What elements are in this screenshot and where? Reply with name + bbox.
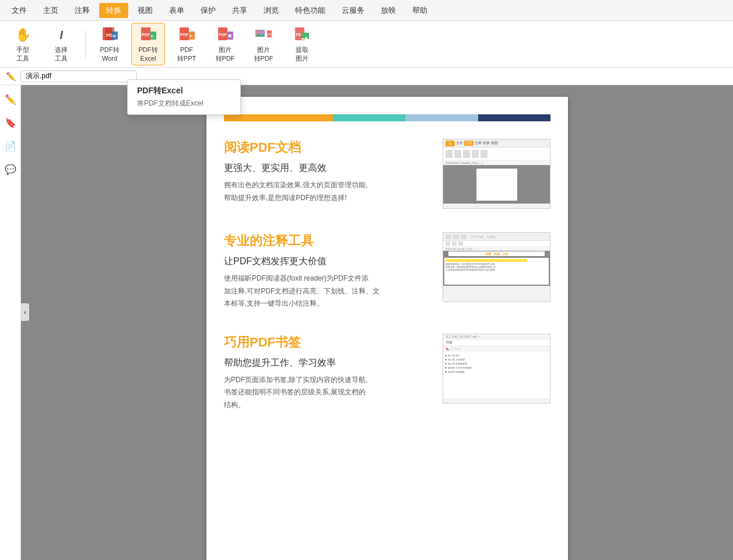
svg-text:PDF: PDF [219, 33, 227, 37]
section-read-text: 阅读PDF文档 更强大、更实用、更高效 拥有出色的文档渲染效果,强大的页面管理功… [224, 139, 431, 209]
section-bookmark-title: 巧用PDF书签 [224, 334, 431, 351]
chevron-left-icon: ‹ [24, 309, 26, 316]
menu-item-表单[interactable]: 表单 [162, 3, 191, 18]
menu-item-转换[interactable]: 转换 [99, 3, 128, 18]
section-annotate-body: 使用福昕PDF阅读器(foxit reader)为PDF文件添加注释,可对PDF… [224, 272, 431, 310]
dropdown-title: PDF转Excel [137, 86, 231, 96]
color-bar-orange [224, 114, 333, 121]
address-bar: ✏️ [0, 68, 733, 85]
hand-icon: ✋ [13, 26, 32, 44]
pdf-excel-label: PDF转Excel [139, 46, 158, 62]
section-bookmark-body: 为PDF页面添加书签,除了实现内容的快速导航,书签还能指明不同书签的层级关系,展… [224, 374, 431, 412]
section-read-body: 拥有出色的文档渲染效果,强大的页面管理功能,帮助提升效率,是您阅读PDF的理想选… [224, 179, 431, 204]
pdf-page: 阅读PDF文档 更强大、更实用、更高效 拥有出色的文档渲染效果,强大的页面管理功… [206, 97, 568, 560]
menu-item-浏览[interactable]: 浏览 [257, 3, 286, 18]
pdf-image-icon: PDF → 🖼 [216, 26, 234, 44]
pdf-ppt-label: PDF转PPT [177, 46, 196, 62]
section-annotate-subtitle: 让PDF文档发挥更大价值 [224, 256, 431, 268]
color-bar-navy [478, 114, 550, 121]
menu-item-视图[interactable]: 视图 [131, 3, 160, 18]
svg-text:🖼: 🖼 [228, 34, 232, 38]
svg-text:E: E [151, 34, 153, 38]
menu-item-帮助[interactable]: 帮助 [405, 3, 434, 18]
pages-icon[interactable]: 📄 [2, 138, 19, 154]
extract-icon: PDF [293, 26, 311, 44]
extract-image-button[interactable]: PDF 提取图片 [285, 23, 319, 65]
menu-bar: (function(){ const data = JSON.parse(doc… [0, 0, 733, 21]
menu-item-注释[interactable]: 注释 [68, 3, 97, 18]
toolbar: ✋ 手型工具 I 选择工具 PDF → W PDF转Word PDF → [0, 21, 733, 68]
svg-text:W: W [113, 34, 116, 38]
menu-item-主页[interactable]: 主页 [36, 3, 65, 18]
section-read-subtitle: 更强大、更实用、更高效 [224, 162, 431, 174]
content-area: 阅读PDF文档 更强大、更实用、更高效 拥有出色的文档渲染效果,强大的页面管理功… [21, 85, 733, 560]
select-tool-button[interactable]: I 选择工具 [44, 23, 78, 65]
pdf-to-excel-button[interactable]: PDF → E PDF转Excel [131, 23, 165, 65]
filename-input[interactable] [20, 71, 137, 82]
svg-text:PDF: PDF [142, 33, 150, 37]
svg-text:P: P [190, 34, 192, 38]
color-bar-blue [405, 114, 478, 121]
pdf-image-label: 图片转PDF [216, 46, 235, 62]
color-bar [224, 114, 550, 121]
menu-item-放映[interactable]: 放映 [374, 3, 403, 18]
pdf-excel-icon: PDF → E [139, 26, 157, 44]
menu-item-共享[interactable]: 共享 [225, 3, 254, 18]
pdf-word-label: PDF转Word [100, 46, 120, 62]
section-bookmark-text: 巧用PDF书签 帮助您提升工作、学习效率 为PDF页面添加书签,除了实现内容的快… [224, 334, 431, 412]
svg-point-22 [257, 31, 259, 33]
section-annotate-title: 专业的注释工具 [224, 232, 431, 250]
pdf-ppt-icon: PDF → P [177, 26, 196, 44]
section-annotate: 专业的注释工具 让PDF文档发挥更大价值 使用福昕PDF阅读器(foxit re… [224, 232, 550, 310]
pdf-to-word-button[interactable]: PDF → W PDF转Word [93, 23, 127, 65]
extract-image-label: 提取图片 [296, 46, 308, 62]
image-pdf-label: 图片转PDF [254, 46, 273, 62]
mini-ui-read: G 文件 主页 注释 转换 视图 Da [443, 139, 550, 209]
mini-ui-annotate: TT 打字机 A 高亮 Datasheet_Reader_CN.p... × [443, 232, 550, 302]
pdf-excel-dropdown: PDF转Excel 将PDF文档转成Excel [127, 79, 241, 115]
sidebar-icons: ✏️ 🔖 📄 💬 [0, 85, 21, 560]
image-to-pdf-button[interactable]: → PDF 图片转PDF [247, 23, 280, 65]
select-icon: I [52, 26, 71, 44]
section-read-title: 阅读PDF文档 [224, 139, 431, 156]
select-tool-label: 选择工具 [55, 46, 68, 62]
hand-tool-label: 手型工具 [16, 46, 29, 62]
section-bookmark-subtitle: 帮助您提升工作、学习效率 [224, 357, 431, 369]
annotation-icon[interactable]: ✏️ [2, 91, 19, 107]
mini-ui-bookmark: 员工手册_20120917.pdf × 书签 🔖 📄 A A' ▶ [443, 334, 550, 404]
section-read: 阅读PDF文档 更强大、更实用、更高效 拥有出色的文档渲染效果,强大的页面管理功… [224, 139, 550, 209]
svg-text:PDF: PDF [268, 33, 273, 36]
menu-item-特色功能[interactable]: 特色功能 [288, 3, 332, 18]
pdf-to-ppt-button[interactable]: PDF → P PDF转PPT [170, 23, 204, 65]
svg-point-30 [302, 34, 304, 36]
svg-text:PDF: PDF [180, 33, 189, 37]
hand-tool-button[interactable]: ✋ 手型工具 [6, 23, 40, 65]
menu-item-保护[interactable]: 保护 [194, 3, 223, 18]
menu-item-文件[interactable]: 文件 [5, 3, 34, 18]
pdf-word-icon: PDF → W [100, 26, 119, 44]
section-bookmark: 巧用PDF书签 帮助您提升工作、学习效率 为PDF页面添加书签,除了实现内容的快… [224, 334, 550, 412]
image-pdf-icon: → PDF [254, 26, 273, 44]
pdf-to-image-button[interactable]: PDF → 🖼 图片转PDF [208, 23, 242, 65]
dropdown-description: 将PDF文档转成Excel [137, 99, 231, 108]
collapse-sidebar-button[interactable]: ‹ [21, 303, 29, 321]
pencil-icon: ✏️ [6, 72, 16, 81]
color-bar-teal [333, 114, 405, 121]
section-annotate-text: 专业的注释工具 让PDF文档发挥更大价值 使用福昕PDF阅读器(foxit re… [224, 232, 431, 310]
bookmark-icon[interactable]: 🔖 [2, 114, 19, 131]
menu-item-云服务[interactable]: 云服务 [335, 3, 371, 18]
divider-1 [85, 30, 86, 59]
comments-icon[interactable]: 💬 [2, 161, 19, 177]
main-layout: ✏️ 🔖 📄 💬 ‹ 阅读PDF文档 更强大、更实用、更高效 拥有出色的文档渲染… [0, 85, 733, 560]
